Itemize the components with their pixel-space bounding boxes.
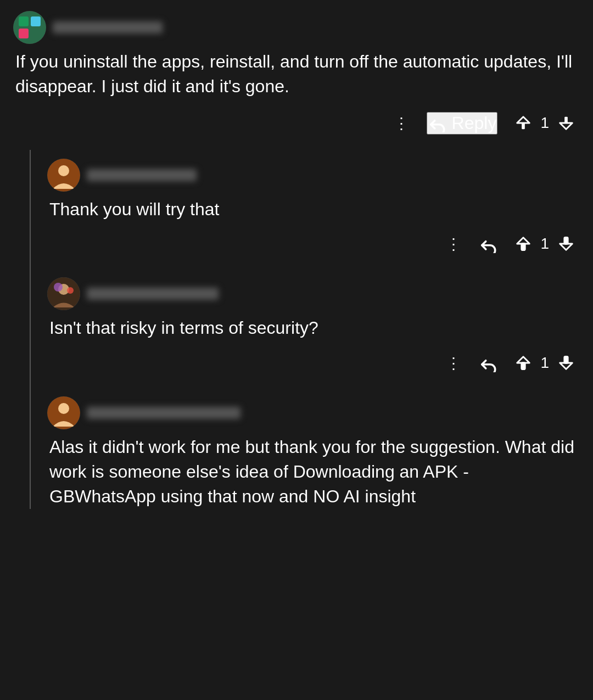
comment-actions: ⋮ 1: [47, 349, 580, 383]
svg-rect-2: [31, 16, 41, 26]
username: [87, 288, 219, 300]
svg-rect-16: [564, 357, 568, 363]
svg-rect-4: [31, 29, 41, 38]
avatar: [47, 396, 80, 429]
svg-rect-9: [522, 244, 525, 250]
svg-rect-10: [564, 238, 568, 244]
svg-point-0: [13, 11, 46, 44]
comment-text: Isn't that risky in terms of security?: [47, 316, 580, 340]
comment-header: [47, 396, 580, 429]
vote-group: 1: [514, 354, 575, 372]
reply-button[interactable]: [479, 354, 497, 372]
upvote-button[interactable]: [514, 234, 533, 253]
comment-actions: ⋮ 1: [47, 230, 580, 264]
upvote-icon: [514, 354, 533, 372]
comment-item: If you uninstall the apps, reinstall, an…: [13, 11, 580, 145]
svg-rect-1: [19, 16, 29, 26]
svg-rect-15: [522, 363, 525, 369]
more-options-button[interactable]: ⋮: [446, 354, 462, 372]
vote-count: 1: [540, 114, 549, 132]
comment-actions: ⋮ Reply 1: [13, 108, 580, 145]
svg-rect-3: [19, 29, 29, 38]
comment-item: Thank you will try that ⋮: [47, 150, 580, 265]
vote-group: 1: [514, 114, 575, 132]
reply-icon: [479, 234, 497, 253]
upvote-icon: [514, 114, 533, 132]
comment-text: Thank you will try that: [47, 197, 580, 222]
downvote-button[interactable]: [557, 114, 575, 132]
reply-label: Reply: [452, 113, 497, 133]
avatar: [47, 277, 80, 310]
reply-icon: [428, 114, 446, 132]
svg-point-13: [54, 283, 63, 292]
nested-comments: Thank you will try that ⋮: [30, 150, 580, 509]
comment-header: [13, 11, 580, 44]
reply-button[interactable]: [479, 234, 497, 253]
downvote-icon: [557, 234, 575, 253]
comment-item: Alas it didn't work for me but thank you…: [47, 388, 580, 508]
upvote-button[interactable]: [514, 354, 533, 372]
upvote-icon: [514, 234, 533, 253]
username: [87, 407, 240, 419]
downvote-button[interactable]: [557, 354, 575, 372]
downvote-icon: [557, 114, 575, 132]
svg-point-18: [58, 403, 69, 414]
upvote-button[interactable]: [514, 114, 533, 132]
comments-section: If you uninstall the apps, reinstall, an…: [0, 0, 593, 529]
comment-text: Alas it didn't work for me but thank you…: [47, 435, 580, 508]
downvote-button[interactable]: [557, 234, 575, 253]
comment-text: If you uninstall the apps, reinstall, an…: [13, 49, 580, 99]
reply-icon: [479, 354, 497, 372]
avatar: [13, 11, 46, 44]
downvote-icon: [557, 354, 575, 372]
comment-header: [47, 159, 580, 192]
more-options-button[interactable]: ⋮: [446, 235, 462, 253]
comment-item: Isn't that risky in terms of security? ⋮: [47, 268, 580, 383]
reply-button[interactable]: Reply: [427, 112, 498, 135]
svg-rect-6: [564, 117, 568, 123]
username: [87, 169, 197, 181]
username: [53, 21, 163, 33]
vote-count: 1: [540, 235, 549, 253]
comment-header: [47, 277, 580, 310]
vote-count: 1: [540, 354, 549, 372]
more-options-button[interactable]: ⋮: [394, 114, 410, 132]
svg-rect-5: [522, 123, 525, 129]
avatar: [47, 159, 80, 192]
vote-group: 1: [514, 234, 575, 253]
svg-point-14: [67, 287, 74, 294]
svg-point-8: [58, 165, 69, 176]
